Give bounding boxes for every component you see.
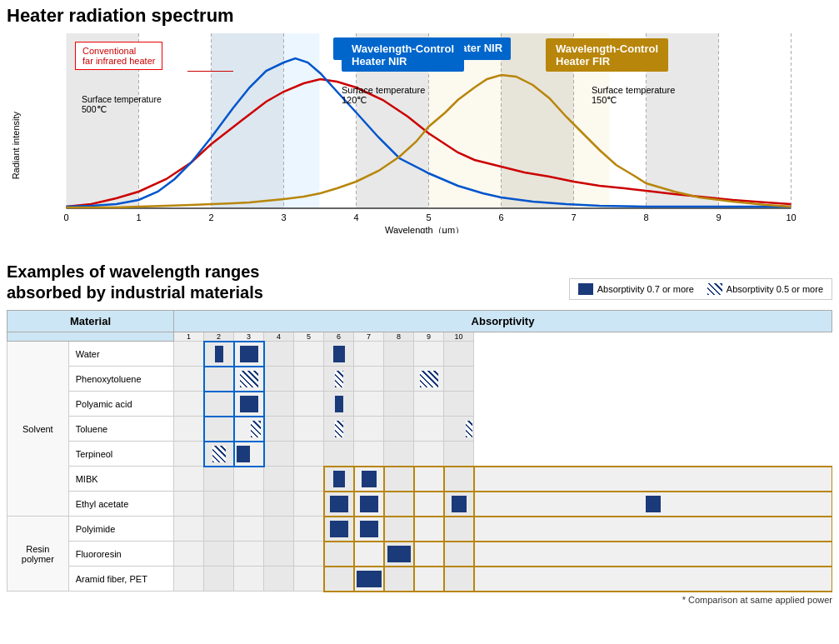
material-aramid: Aramid fiber, PET	[68, 567, 173, 592]
svg-text:4: 4	[353, 212, 358, 222]
absorptivity-table: Material Absorptivity 1 2 3 4 5 6 7 8 9	[7, 310, 832, 592]
svg-text:6: 6	[498, 212, 503, 222]
group-solvent: Solvent	[7, 342, 69, 517]
material-terpineol: Terpineol	[68, 442, 173, 467]
legend-solid: Absorptivity 0.7 or more	[578, 283, 694, 295]
table-row: Solvent Water	[7, 342, 832, 367]
table-row: MIBK	[7, 467, 832, 492]
col-absorptivity-header: Absorptivity	[174, 311, 832, 332]
table-row: Polyamic acid	[7, 392, 832, 417]
table-row: Aramid fiber, PET	[7, 567, 832, 592]
svg-text:10: 10	[786, 212, 796, 222]
svg-rect-5	[212, 33, 320, 208]
material-mibk: MIBK	[68, 467, 173, 492]
table-row: Phenoxytoluene	[7, 367, 832, 392]
svg-text:2: 2	[208, 212, 213, 222]
material-water: Water	[68, 342, 173, 367]
material-polyamic: Polyamic acid	[68, 392, 173, 417]
svg-text:3: 3	[281, 212, 286, 222]
svg-text:9: 9	[716, 212, 721, 222]
material-fluororesin: Fluororesin	[68, 542, 173, 567]
conventional-surface-temp: Surface temperature500℃	[82, 94, 162, 114]
svg-text:0: 0	[63, 212, 68, 222]
material-ethyl-acetate: Ethyl acetate	[68, 492, 173, 517]
footnote: * Comparison at same applied power	[7, 595, 832, 605]
material-phenoxytoluene: Phenoxytoluene	[68, 367, 173, 392]
svg-text:5: 5	[426, 212, 431, 222]
legend-solid-box	[578, 283, 593, 295]
legend-hatch-box	[707, 283, 722, 295]
conventional-heater-label: Conventional far infrared heater	[75, 42, 162, 70]
group-resin-polymer: Resin polymer	[7, 517, 69, 592]
table-row: Toluene	[7, 417, 832, 442]
material-toluene: Toluene	[68, 417, 173, 442]
chart-title: Heater radiation spectrum	[7, 5, 832, 27]
examples-title: Examples of wavelength ranges absorbed b…	[7, 262, 263, 303]
table-row: Fluororesin	[7, 542, 832, 567]
table-row: Ethyl acetate	[7, 492, 832, 517]
nir-heater-box: Wavelength-ControlHeater NIR	[342, 38, 464, 72]
fir-heater-box: Wavelength-ControlHeater FIR	[546, 38, 668, 72]
legend-hatch: Absorptivity 0.5 or more	[707, 283, 823, 295]
material-polyimide: Polyimide	[68, 517, 173, 542]
fir-surface-temp: Surface temperature150℃	[592, 85, 675, 106]
y-axis-label: Radiant intensity	[11, 112, 21, 179]
svg-text:8: 8	[643, 212, 648, 222]
col-material-header: Material	[7, 311, 174, 332]
svg-text:Wavelength（μm）: Wavelength（μm）	[385, 225, 464, 233]
svg-text:7: 7	[571, 212, 576, 222]
nir-surface-temp: Surface temperature120℃	[342, 85, 425, 106]
svg-text:1: 1	[136, 212, 141, 222]
table-row: Resin polymer Polyimide	[7, 517, 832, 542]
table-row: Terpineol	[7, 442, 832, 467]
